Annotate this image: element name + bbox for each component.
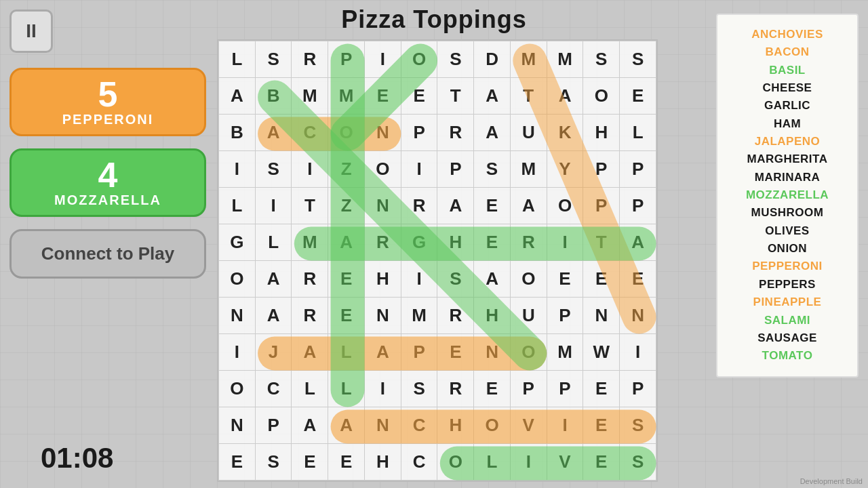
grid-cell: P [510, 371, 547, 407]
word-search-grid: LSRPIOSDMMSSABMMEETATAOEBACONPRAUKHLISIZ… [217, 39, 658, 482]
grid-cell: E [219, 444, 256, 481]
grid-cell: J [255, 334, 292, 371]
orange-score-number: 5 [25, 77, 191, 112]
grid-cell: H [474, 298, 511, 334]
grid-cell: O [474, 407, 511, 444]
grid-cell: E [364, 78, 401, 115]
grid-cell: A [255, 115, 292, 151]
grid-cell: N [620, 298, 656, 334]
grid-cell: Y [547, 151, 583, 188]
grid-cell: O [547, 188, 583, 224]
grid-cell: B [219, 115, 256, 151]
grid-cell: P [620, 151, 656, 188]
grid-cell: E [620, 78, 656, 115]
grid-cell: C [292, 115, 328, 151]
grid-cell: I [219, 334, 256, 371]
word-list-item: ANCHOVIES [726, 26, 849, 43]
grid-cell: A [474, 78, 511, 115]
connect-to-play-button[interactable]: Connect to Play [9, 229, 206, 279]
grid-cell: M [292, 224, 328, 261]
grid-cell: K [547, 115, 583, 151]
green-score-number: 4 [25, 157, 191, 192]
grid-cell: E [474, 371, 511, 407]
grid-cell: R [292, 298, 328, 334]
grid-cell: T [437, 78, 474, 115]
grid-cell: S [437, 261, 474, 298]
grid-cell: R [401, 188, 437, 224]
word-list-item: OLIVES [726, 222, 849, 240]
orange-score-label: PEPPERONI [25, 112, 191, 127]
grid-cell: P [547, 371, 583, 407]
word-list-item: PEPPERONI [726, 258, 849, 275]
grid-cell: A [474, 261, 511, 298]
grid-cell: A [219, 78, 256, 115]
grid-cell: P [437, 151, 474, 188]
grid-cell: O [510, 334, 547, 371]
grid-table: LSRPIOSDMMSSABMMEETATAOEBACONPRAUKHLISIZ… [218, 41, 656, 481]
word-list-item: MUSHROOM [726, 204, 849, 222]
grid-cell: I [401, 261, 437, 298]
word-list-item: TOMATO [726, 347, 849, 365]
grid-cell: S [583, 41, 620, 78]
grid-cell: L [620, 115, 656, 151]
grid-cell: R [437, 371, 474, 407]
grid-cell: A [364, 334, 401, 371]
grid-cell: H [364, 261, 401, 298]
grid-cell: E [583, 444, 620, 481]
grid-cell: A [292, 334, 328, 371]
grid-cell: O [219, 371, 256, 407]
grid-cell: I [292, 151, 328, 188]
grid-cell: V [510, 407, 547, 444]
orange-score-panel: 5 PEPPERONI [9, 68, 206, 136]
grid-cell: E [583, 407, 620, 444]
grid-cell: S [620, 41, 656, 78]
grid-cell: P [620, 188, 656, 224]
grid-cell: E [437, 334, 474, 371]
grid-cell: C [401, 407, 437, 444]
word-list-item: SAUSAGE [726, 329, 849, 347]
grid-cell: U [510, 298, 547, 334]
grid-cell: U [510, 115, 547, 151]
grid-cell: M [292, 78, 328, 115]
grid-cell: S [620, 444, 656, 481]
grid-cell: A [510, 188, 547, 224]
word-list-item: CHEESE [726, 79, 849, 97]
word-list-item: PINEAPPLE [726, 293, 849, 311]
grid-cell: E [583, 371, 620, 407]
word-list-item: SALAMI [726, 312, 849, 329]
grid-cell: H [583, 115, 620, 151]
grid-cell: E [620, 261, 656, 298]
grid-cell: R [364, 224, 401, 261]
grid-cell: I [364, 371, 401, 407]
grid-cell: P [328, 41, 365, 78]
grid-cell: S [401, 371, 437, 407]
grid-cell: I [547, 224, 583, 261]
grid-cell: M [510, 151, 547, 188]
grid-cell: S [620, 407, 656, 444]
grid-cell: H [437, 224, 474, 261]
grid-cell: M [547, 334, 583, 371]
word-list-item: HAM [726, 115, 849, 133]
grid-cell: O [510, 261, 547, 298]
word-list-item: MARGHERITA [726, 150, 849, 168]
grid-cell: H [364, 444, 401, 481]
grid-cell: C [401, 444, 437, 481]
grid-cell: O [401, 41, 437, 78]
left-panel: 5 PEPPERONI 4 MOZZARELLA Connect to Play [9, 68, 206, 279]
grid-cell: O [437, 444, 474, 481]
grid-cell: S [474, 151, 511, 188]
grid-cell: A [437, 188, 474, 224]
grid-cell: I [219, 151, 256, 188]
grid-cell: A [292, 407, 328, 444]
grid-cell: S [255, 41, 292, 78]
grid-cell: N [219, 298, 256, 334]
pause-button[interactable]: II [9, 9, 53, 53]
grid-cell: I [547, 407, 583, 444]
grid-cell: R [437, 298, 474, 334]
grid-cell: T [510, 78, 547, 115]
grid-cell: D [474, 41, 511, 78]
grid-cell: O [328, 115, 365, 151]
grid-cell: S [255, 151, 292, 188]
grid-cell: T [292, 188, 328, 224]
grid-cell: E [328, 298, 365, 334]
